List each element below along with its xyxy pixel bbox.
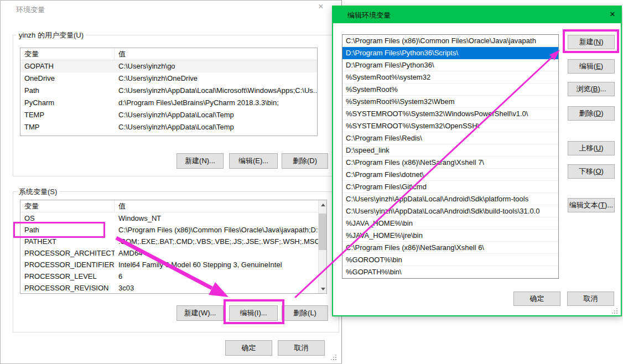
path-list-item[interactable]: %GOROOT%\bin — [342, 254, 558, 266]
variable-name-cell: OneDrive — [20, 72, 115, 85]
new-user-var-button[interactable]: 新建(N)... — [176, 153, 224, 169]
edit-system-var-button[interactable]: 编辑(I)... — [229, 305, 278, 321]
path-list-item[interactable]: %SYSTEMROOT%\System32\WindowsPowerShell\… — [342, 108, 558, 120]
edit-button[interactable]: 编辑(E) — [568, 59, 615, 74]
path-list-item-selected[interactable]: D:\Program Files\Python36\Scripts\ — [342, 47, 558, 59]
path-list-item[interactable]: %SYSTEMROOT%\System32\OpenSSH\ — [342, 120, 558, 132]
variable-name-cell: GOPATH — [20, 60, 115, 72]
path-list-item[interactable]: C:\Program Files (x86)\NetSarang\Xshell … — [342, 157, 558, 169]
path-list-item[interactable]: %GOPATH%\bin\ — [342, 266, 558, 278]
user-table-header: 变量 值 — [20, 48, 317, 60]
table-row[interactable]: PathC:\Program Files (x86)\Common Files\… — [20, 224, 319, 236]
browse-button[interactable]: 浏览(B)... — [568, 82, 615, 96]
path-list-item[interactable]: %SystemRoot%\system32 — [342, 71, 558, 84]
path-list-item[interactable]: D:\Program Files\Python36\ — [342, 59, 558, 71]
table-row[interactable]: PATHEXT.COM;.EXE;.BAT;.CMD;.VBS;.VBE;.JS… — [20, 236, 319, 247]
user-vars-table: 变量 值 GOPATHC:\Users\yinzh\goOneDriveC:\U… — [20, 48, 318, 136]
table-row[interactable]: TEMPC:\Users\yinzh\AppData\Local\Temp — [20, 109, 317, 121]
table-row[interactable]: OSWindows_NT — [20, 212, 319, 224]
table-row[interactable]: PyCharmd:\Program Files\JetBrains\PyChar… — [20, 97, 317, 109]
main-dialog-title: 环境变量 — [16, 5, 45, 15]
path-list-item[interactable]: C:\Program Files (x86)\NetSarang\Xshell … — [342, 242, 558, 254]
delete-system-var-button[interactable]: 删除(L) — [282, 305, 328, 321]
system-vars-group-label: 系统变量(S) — [17, 187, 59, 197]
scroll-down-icon[interactable] — [319, 284, 327, 293]
variable-value-cell: C:\Users\yinzh\go — [115, 60, 317, 72]
variable-name-cell: PROCESSOR_LEVEL — [20, 271, 115, 282]
variable-value-cell: Windows_NT — [115, 212, 319, 224]
column-header-variable[interactable]: 变量 — [20, 48, 115, 60]
user-vars-group-label: yinzh 的用户变量(U) — [17, 30, 86, 40]
variable-value-cell: C:\Program Files (x86)\Common Files\Orac… — [115, 224, 319, 236]
column-header-variable[interactable]: 变量 — [20, 200, 115, 212]
column-header-value[interactable]: 值 — [115, 48, 317, 60]
main-ok-button[interactable]: 确定 — [225, 340, 272, 356]
table-row[interactable]: PROCESSOR_IDENTIFIERIntel64 Family 6 Mod… — [20, 259, 319, 271]
edit-user-var-button[interactable]: 编辑(E)... — [229, 153, 278, 169]
variable-name-cell: OS — [20, 212, 115, 224]
variable-name-cell: PROCESSOR_ARCHITECT... — [20, 247, 115, 259]
path-list-item[interactable]: %SystemRoot%\System32\Wbem — [342, 96, 558, 108]
move-up-button[interactable]: 上移(U) — [568, 141, 615, 155]
table-row[interactable]: TMPC:\Users\yinzh\AppData\Local\Temp — [20, 121, 317, 133]
variable-name-cell: TEMP — [20, 109, 115, 121]
new-system-var-button[interactable]: 新建(W)... — [176, 305, 224, 321]
variable-name-cell: Path — [20, 224, 115, 236]
path-list-item[interactable]: %SystemRoot% — [342, 84, 558, 96]
path-list-item[interactable]: C:\Program Files\Git\cmd — [342, 181, 558, 193]
screenshot-stage: 环境变量 × yinzh 的用户变量(U) 变量 值 GOPATHC:\User… — [0, 0, 623, 364]
variable-value-cell: C:\Users\yinzh\AppData\Local\Microsoft\W… — [115, 85, 317, 97]
table-row[interactable]: OneDriveC:\Users\yinzh\OneDrive — [20, 72, 317, 85]
edit-close-icon[interactable]: × — [610, 9, 615, 20]
variable-name-cell: PROCESSOR_REVISION — [20, 282, 115, 294]
path-list-item[interactable]: C:\Program Files\Redis\ — [342, 132, 558, 144]
variable-value-cell: d:\Program Files\JetBrains\PyCharm 2018.… — [115, 97, 317, 109]
system-table-scrollbar[interactable] — [318, 200, 326, 293]
path-list: C:\Program Files (x86)\Common Files\Orac… — [342, 34, 559, 279]
variable-name-cell: PyCharm — [20, 97, 115, 109]
edit-text-button[interactable]: 编辑文本(T)... — [568, 198, 615, 212]
variable-value-cell: C:\Users\yinzh\AppData\Local\Temp — [115, 109, 317, 121]
variable-name-cell: TMP — [20, 121, 115, 133]
env-vars-dialog: 环境变量 × yinzh 的用户变量(U) 变量 值 GOPATHC:\User… — [0, 0, 342, 364]
main-titlebar[interactable]: 环境变量 × — [1, 1, 341, 17]
edit-cancel-button[interactable]: 取消 — [567, 292, 614, 306]
delete-user-var-button[interactable]: 删除(D) — [282, 153, 328, 169]
main-close-icon[interactable]: × — [318, 2, 323, 11]
table-row[interactable]: PROCESSOR_LEVEL6 — [20, 271, 319, 282]
variable-name-cell: Path — [20, 85, 115, 97]
path-list-item[interactable]: %JAVA_HOME%\bin — [342, 217, 558, 230]
resize-grip-icon[interactable] — [331, 355, 337, 361]
path-list-item[interactable]: C:\Users\yinzh\AppData\Local\Android\Sdk… — [342, 205, 558, 217]
delete-button[interactable]: 删除(D) — [568, 106, 615, 121]
edit-ok-button[interactable]: 确定 — [513, 292, 560, 306]
table-row[interactable]: PROCESSOR_ARCHITECT...AMD64 — [20, 247, 319, 259]
system-vars-table: 变量 值 OSWindows_NTPathC:\Program Files (x… — [20, 200, 327, 294]
path-list-item[interactable]: C:\Program Files\dotnet\ — [342, 169, 558, 181]
edit-titlebar[interactable]: 编辑环境变量 × — [333, 7, 621, 23]
table-row[interactable]: PathC:\Users\yinzh\AppData\Local\Microso… — [20, 85, 317, 97]
edit-dialog-title: 编辑环境变量 — [347, 11, 391, 20]
variable-value-cell: C:\Users\yinzh\AppData\Local\Temp — [115, 121, 317, 133]
path-list-item[interactable]: D:\speed_link — [342, 144, 558, 157]
scroll-up-icon[interactable] — [319, 200, 327, 209]
variable-name-cell: PROCESSOR_IDENTIFIER — [20, 259, 115, 271]
variable-value-cell: 6 — [115, 271, 319, 282]
path-list-item[interactable]: C:\Users\yinzh\AppData\Local\Android\Sdk… — [342, 193, 558, 205]
variable-value-cell: Intel64 Family 6 Model 60 Stepping 3, Ge… — [115, 259, 319, 271]
column-header-value[interactable]: 值 — [115, 200, 319, 212]
resize-grip-icon[interactable] — [612, 309, 618, 314]
table-row[interactable]: GOPATHC:\Users\yinzh\go — [20, 60, 317, 72]
variable-value-cell: 3c03 — [115, 282, 319, 294]
scrollbar-thumb[interactable] — [319, 214, 327, 250]
variable-value-cell: AMD64 — [115, 247, 319, 259]
move-down-button[interactable]: 下移(O) — [568, 164, 615, 179]
system-table-header: 变量 值 — [20, 200, 319, 212]
variable-value-cell: .COM;.EXE;.BAT;.CMD;.VBS;.VBE;.JS;.JSE;.… — [115, 236, 319, 247]
main-cancel-button[interactable]: 取消 — [278, 340, 325, 356]
path-list-item[interactable]: %JAVA_HOME%\jre\bin — [342, 230, 558, 242]
new-button[interactable]: 新建(N) — [568, 35, 615, 49]
table-row[interactable]: PROCESSOR_REVISION3c03 — [20, 282, 319, 294]
variable-name-cell: PATHEXT — [20, 236, 115, 247]
path-list-item[interactable]: C:\Program Files (x86)\Common Files\Orac… — [342, 35, 558, 47]
